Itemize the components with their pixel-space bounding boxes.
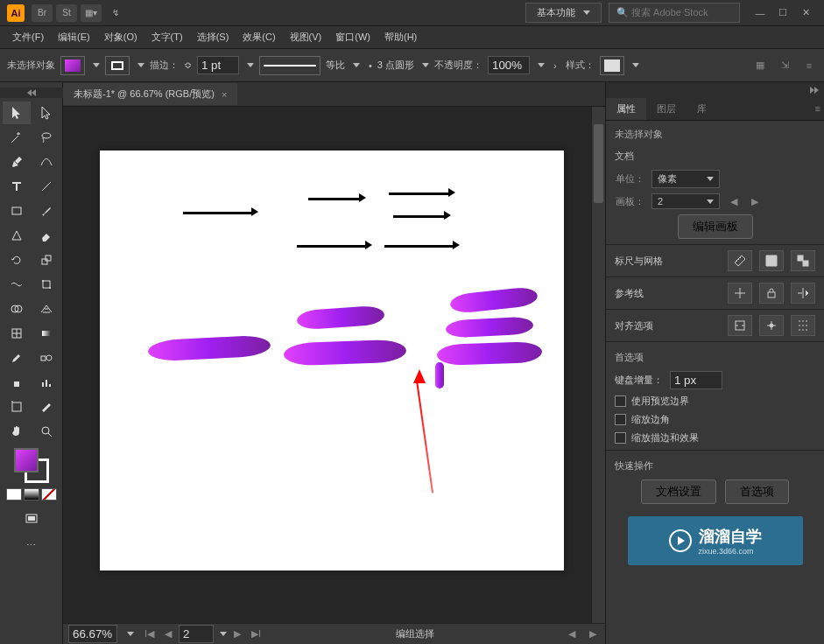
gpu-icon[interactable]: ↯ bbox=[105, 4, 126, 22]
edit-artboards-button[interactable]: 编辑画板 bbox=[678, 214, 753, 239]
artboard-number-input[interactable] bbox=[179, 625, 214, 643]
document-setup-button[interactable]: 文档设置 bbox=[641, 480, 716, 504]
menu-edit[interactable]: 编辑(E) bbox=[51, 27, 97, 47]
edit-toolbar[interactable]: ⋯ bbox=[18, 534, 46, 556]
maximize-button[interactable]: ☐ bbox=[771, 4, 794, 22]
stock-icon[interactable]: St bbox=[56, 4, 77, 22]
graphic-style-swatch[interactable] bbox=[600, 56, 624, 75]
rotate-tool[interactable] bbox=[3, 248, 31, 271]
fill-swatch[interactable] bbox=[60, 56, 85, 75]
rectangle-tool[interactable] bbox=[3, 200, 31, 222]
type-tool[interactable] bbox=[3, 175, 31, 198]
shape-builder-tool[interactable] bbox=[3, 298, 31, 320]
none-color-mode[interactable] bbox=[41, 488, 57, 500]
artboard-dropdown[interactable]: 2 bbox=[651, 193, 720, 209]
preferences-button[interactable]: 首选项 bbox=[725, 480, 789, 504]
close-button[interactable]: ✕ bbox=[794, 4, 817, 22]
workspace-switcher[interactable]: 基本功能 bbox=[525, 3, 602, 23]
free-transform-tool[interactable] bbox=[32, 273, 60, 296]
panel-collapse[interactable] bbox=[606, 82, 824, 98]
lasso-tool[interactable] bbox=[32, 126, 60, 149]
chevron-down-icon[interactable] bbox=[353, 63, 360, 67]
unit-dropdown[interactable]: 像素 bbox=[651, 170, 720, 188]
snap-grid-icon[interactable] bbox=[791, 315, 815, 336]
ruler-icon[interactable] bbox=[728, 250, 752, 271]
symbol-sprayer-tool[interactable] bbox=[3, 371, 31, 394]
keyboard-increment-input[interactable] bbox=[670, 371, 722, 389]
chevron-down-icon[interactable] bbox=[538, 63, 545, 67]
prev-artboard-icon[interactable]: ◀ bbox=[727, 196, 741, 207]
scale-corners-checkbox[interactable]: 缩放边角 bbox=[615, 413, 815, 426]
next-artboard-button[interactable]: ▶ bbox=[230, 628, 244, 640]
stroke-weight-input[interactable] bbox=[197, 56, 239, 74]
scroll-left-button[interactable]: ◀ bbox=[565, 628, 579, 640]
align-icon[interactable]: ▦ bbox=[752, 58, 768, 74]
tab-properties[interactable]: 属性 bbox=[606, 98, 646, 120]
chevron-down-icon[interactable] bbox=[127, 632, 134, 636]
eraser-tool[interactable] bbox=[32, 224, 60, 247]
smart-guides-icon[interactable] bbox=[791, 283, 815, 304]
menu-type[interactable]: 文字(T) bbox=[144, 27, 190, 47]
perspective-grid-tool[interactable] bbox=[32, 298, 60, 320]
overflow-icon[interactable]: ≡ bbox=[801, 58, 817, 74]
chevron-down-icon[interactable] bbox=[220, 632, 227, 636]
blend-tool[interactable] bbox=[32, 346, 60, 369]
solid-color-mode[interactable] bbox=[6, 488, 22, 500]
mesh-tool[interactable] bbox=[3, 322, 31, 345]
curvature-tool[interactable] bbox=[32, 150, 60, 173]
menu-select[interactable]: 选择(S) bbox=[190, 27, 236, 47]
next-artboard-icon[interactable]: ▶ bbox=[748, 196, 762, 207]
paintbrush-tool[interactable] bbox=[32, 200, 60, 222]
eyedropper-tool[interactable] bbox=[3, 346, 31, 369]
stroke-swatch[interactable] bbox=[105, 56, 130, 75]
tab-libraries[interactable]: 库 bbox=[687, 98, 717, 120]
opacity-input[interactable] bbox=[488, 56, 530, 74]
search-stock-input[interactable]: 🔍 搜索 Adobe Stock bbox=[609, 3, 740, 23]
grid-icon[interactable] bbox=[759, 250, 784, 271]
stroke-profile-preview[interactable] bbox=[259, 56, 320, 75]
last-artboard-button[interactable]: ▶I bbox=[248, 628, 264, 640]
minimize-button[interactable]: — bbox=[749, 4, 771, 22]
magic-wand-tool[interactable] bbox=[3, 126, 31, 149]
arrange-docs-icon[interactable]: ▦▾ bbox=[81, 4, 102, 22]
shaper-tool[interactable] bbox=[3, 224, 31, 247]
zoom-tool[interactable] bbox=[32, 420, 60, 443]
toolbox-collapse[interactable] bbox=[0, 88, 63, 98]
screen-mode-tool[interactable] bbox=[18, 508, 46, 530]
pen-tool[interactable] bbox=[3, 150, 31, 173]
close-tab-icon[interactable]: × bbox=[222, 89, 227, 100]
scale-tool[interactable] bbox=[32, 248, 60, 271]
stepper-icon[interactable]: ≎ bbox=[184, 60, 192, 71]
tab-layers[interactable]: 图层 bbox=[646, 98, 687, 120]
artboard-tool[interactable] bbox=[3, 396, 31, 418]
chevron-down-icon[interactable] bbox=[632, 63, 639, 67]
canvas-viewport[interactable] bbox=[63, 107, 605, 623]
selection-tool[interactable] bbox=[3, 102, 31, 124]
show-guides-icon[interactable] bbox=[728, 283, 752, 304]
color-controls[interactable] bbox=[14, 448, 49, 483]
line-tool[interactable] bbox=[32, 175, 60, 198]
menu-file[interactable]: 文件(F) bbox=[5, 27, 51, 47]
slice-tool[interactable] bbox=[32, 396, 60, 418]
lock-guides-icon[interactable] bbox=[759, 283, 784, 304]
scale-strokes-checkbox[interactable]: 缩放描边和效果 bbox=[615, 431, 815, 444]
width-tool[interactable] bbox=[3, 273, 31, 296]
chevron-down-icon[interactable] bbox=[247, 63, 254, 67]
direct-selection-tool[interactable] bbox=[32, 102, 60, 124]
scroll-right-button[interactable]: ▶ bbox=[586, 628, 600, 640]
transparency-grid-icon[interactable] bbox=[791, 250, 815, 271]
menu-view[interactable]: 视图(V) bbox=[283, 27, 329, 47]
menu-object[interactable]: 对象(O) bbox=[97, 27, 144, 47]
menu-window[interactable]: 窗口(W) bbox=[328, 27, 377, 47]
prev-artboard-button[interactable]: ◀ bbox=[161, 628, 175, 640]
fill-color[interactable] bbox=[14, 448, 39, 472]
zoom-input[interactable] bbox=[68, 625, 117, 643]
menu-help[interactable]: 帮助(H) bbox=[377, 27, 424, 47]
panel-menu-icon[interactable]: ≡ bbox=[815, 103, 820, 114]
gradient-color-mode[interactable] bbox=[24, 488, 39, 500]
bridge-icon[interactable]: Br bbox=[32, 4, 53, 22]
preview-bounds-checkbox[interactable]: 使用预览边界 bbox=[615, 395, 815, 408]
menu-effect[interactable]: 效果(C) bbox=[236, 27, 282, 47]
column-graph-tool[interactable] bbox=[32, 371, 60, 394]
document-tab[interactable]: 未标题-1* @ 66.67% (RGB/预览) × bbox=[63, 83, 237, 105]
